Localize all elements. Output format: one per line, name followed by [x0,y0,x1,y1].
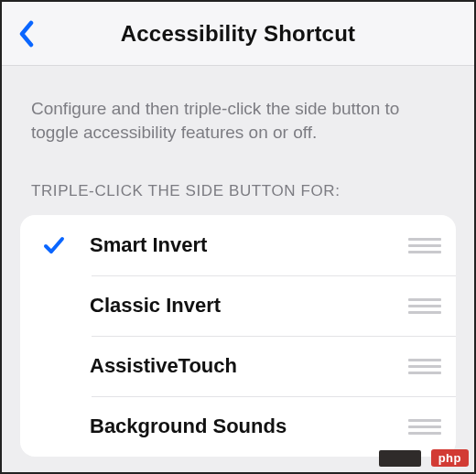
back-button[interactable] [13,16,40,52]
drag-handle-icon[interactable] [408,355,441,377]
list-item[interactable]: Smart Invert [20,215,456,275]
list-item[interactable]: Classic Invert [20,275,456,336]
list-item[interactable]: Background Sounds [20,396,456,457]
list-item-label: Background Sounds [77,415,408,438]
list-item-label: Smart Invert [77,233,408,257]
drag-handle-icon[interactable] [408,234,441,256]
checkmark-icon [31,233,77,257]
page-title: Accessibility Shortcut [2,21,474,47]
watermark-bar [379,450,421,467]
section-header: TRIPLE-CLICK THE SIDE BUTTON FOR: [2,151,474,210]
list-item-label: Classic Invert [77,294,408,318]
shortcut-list: Smart Invert Classic Invert AssistiveTou… [20,215,456,457]
drag-handle-icon[interactable] [408,295,441,317]
list-item-label: AssistiveTouch [77,354,408,378]
watermark-label: php [431,449,469,467]
drag-handle-icon[interactable] [408,415,441,437]
list-item[interactable]: AssistiveTouch [20,336,456,396]
nav-bar: Accessibility Shortcut [2,2,474,66]
chevron-left-icon [18,20,35,48]
description-text: Configure and then triple-click the side… [2,66,474,151]
